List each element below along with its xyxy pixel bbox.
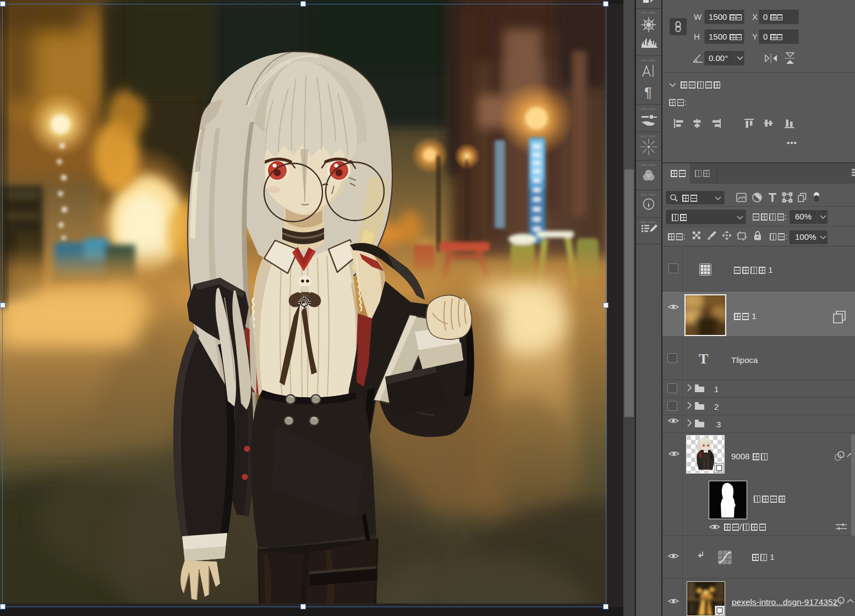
svg-text:¶: ¶ <box>644 84 652 101</box>
